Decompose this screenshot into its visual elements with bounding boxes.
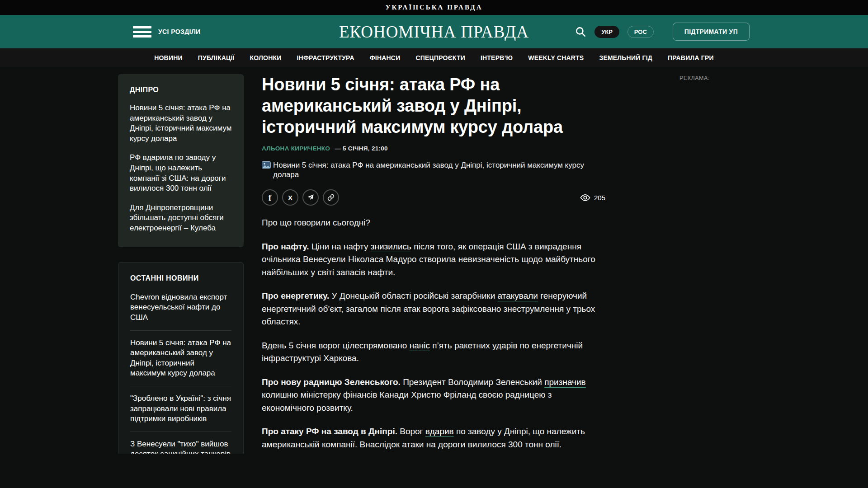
nav-link[interactable]: КОЛОНКИ [250,54,282,61]
lang-toggle-ros[interactable]: РОС [627,26,654,38]
content-area: ДНІПРО Новини 5 січня: атака РФ на амери… [0,67,868,454]
eye-icon [580,194,590,202]
publish-date: — 5 СІЧНЯ, 21:00 [335,145,388,152]
sidebar-link[interactable]: Chevron відновила експорт венесуельської… [130,292,231,323]
paragraph-text: Ціни на нафту [309,242,371,251]
article: Новини 5 січня: атака РФ на американськи… [262,74,605,454]
ukrainska-pravda-logo[interactable]: УКРАЇНСЬКА ПРАВДА [385,4,482,11]
sidebar: ДНІПРО Новини 5 січня: атака РФ на амери… [118,74,244,454]
nav-link[interactable]: ФІНАНСИ [370,54,401,61]
inline-link[interactable]: вдарив [425,427,454,436]
paragraph-lead: Про енергетику. [262,291,329,300]
share-x-button[interactable]: X [282,189,298,206]
paragraph-text: Про що говорили сьогодні? [262,218,370,227]
link-icon [327,194,335,201]
article-paragraph: Вдень 5 січня ворог цілеспрямовано наніс… [262,339,605,365]
x-icon: X [288,194,292,201]
nav-link[interactable]: ПУБЛІКАЦІЇ [198,54,235,61]
sidebar-link[interactable]: РФ вдарила по заводу у Дніпрі, що належи… [130,153,232,193]
ekonomichna-pravda-logo[interactable]: ЕКОНОМІЧНА ПРАВДА [339,22,529,42]
article-paragraph: Про нафту. Ціни на нафту знизились після… [262,240,605,279]
nav-link[interactable]: ЗЕМЕЛЬНИЙ ГІД [599,54,652,61]
lang-toggle-ukr[interactable]: УКР [594,26,619,38]
sidebar-link[interactable]: "Зроблено в Україні": з січня запрацювал… [130,386,231,424]
image-alt-text: Новини 5 січня: атака РФ на американськи… [273,161,605,179]
facebook-icon: f [269,193,271,202]
paragraph-lead: Про атаку РФ на завод в Дніпрі. [262,427,397,436]
views-counter: 205 [580,194,605,202]
inline-link[interactable]: атакували [498,291,538,300]
inline-link[interactable]: призначив [544,377,585,387]
dnipro-list: Новини 5 січня: атака РФ на американськи… [130,103,232,234]
paragraph-lead: Про нову радницю Зеленського. [262,377,401,387]
sidebar-link[interactable]: Для Дніпропетровщини збільшать доступні … [130,203,232,234]
copy-link-button[interactable] [323,189,339,206]
article-body: Про що говорили сьогодні?Про нафту. Ціни… [262,216,605,454]
sidebar-title-latest-news: ОСТАННІ НОВИНИ [130,274,231,282]
paragraph-text: Вдень 5 січня ворог цілеспрямовано [262,341,410,350]
latest-list: Chevron відновила експорт венесуельської… [130,292,231,454]
sidebar-link[interactable]: Новини 5 січня: атака РФ на американськи… [130,330,231,379]
nav-link[interactable]: ІНТЕРВ’Ю [481,54,513,61]
sidebar-title-dnipro: ДНІПРО [130,86,232,94]
nav-link[interactable]: ІНФРАСТРУКТУРА [297,54,354,61]
support-up-button[interactable]: ПІДТРИМАТИ УП [673,23,750,41]
paragraph-lead: Про нафту. [262,242,309,251]
paragraph-text: У Донецькій області російські загарбники [329,291,497,300]
share-telegram-button[interactable] [302,189,319,206]
author-link[interactable]: АЛЬОНА КИРИЧЕНКО [262,145,330,152]
hamburger-icon [133,26,151,38]
article-paragraph: Про енергетику. У Донецькій області росі… [262,290,605,328]
paragraph-text: колишню міністерку фінансів Канади Христ… [262,390,552,413]
main-nav: НОВИНИПУБЛІКАЦІЇКОЛОНКИІНФРАСТРУКТУРАФІН… [0,48,868,67]
all-sections-label: УСІ РОЗДІЛИ [158,28,201,35]
byline: АЛЬОНА КИРИЧЕНКО — 5 СІЧНЯ, 21:00 [262,145,605,152]
all-sections-menu-button[interactable]: УСІ РОЗДІЛИ [133,26,201,38]
ad-label: РЕКЛАМА: [679,75,710,81]
telegram-icon [307,194,314,201]
sidebar-link[interactable]: Новини 5 січня: атака РФ на американськи… [130,103,232,144]
inline-link[interactable]: наніс [410,341,430,350]
top-brand-bar: УКРАЇНСЬКА ПРАВДА [0,0,868,15]
nav-link[interactable]: ПРАВИЛА ГРИ [668,54,714,61]
search-icon [575,26,586,38]
nav-link[interactable]: СПЕЦПРОЄКТИ [415,54,465,61]
broken-image-icon [262,161,271,169]
share-bar: f X [262,189,605,206]
article-paragraph: Про атаку РФ на завод в Дніпрі. Ворог вд… [262,425,605,451]
broken-image-placeholder: Новини 5 січня: атака РФ на американськи… [262,161,605,179]
article-paragraph: Про нову радницю Зеленського. Президент … [262,376,605,415]
site-header: УСІ РОЗДІЛИ ЕКОНОМІЧНА ПРАВДА УКР РОС ПІ… [0,15,868,48]
nav-link[interactable]: НОВИНИ [154,54,183,61]
sidebar-box-dnipro: ДНІПРО Новини 5 січня: атака РФ на амери… [118,74,244,247]
share-facebook-button[interactable]: f [262,189,278,206]
views-count: 205 [594,194,605,202]
article-paragraph: Про що говорили сьогодні? [262,216,605,230]
search-button[interactable] [575,26,586,38]
paragraph-text: Ворог [397,427,425,436]
paragraph-text: Президент Володимир Зеленський [401,377,544,387]
header-right-controls: УКР РОС ПІДТРИМАТИ УП [575,23,750,41]
sidebar-box-latest-news: ОСТАННІ НОВИНИ Chevron відновила експорт… [118,262,244,454]
article-title: Новини 5 січня: атака РФ на американськи… [262,74,574,138]
inline-link[interactable]: знизились [371,242,411,251]
sidebar-link[interactable]: З Венесуели "тихо" вийшов десяток санкці… [130,432,231,454]
nav-link[interactable]: WEEKLY CHARTS [528,54,584,61]
